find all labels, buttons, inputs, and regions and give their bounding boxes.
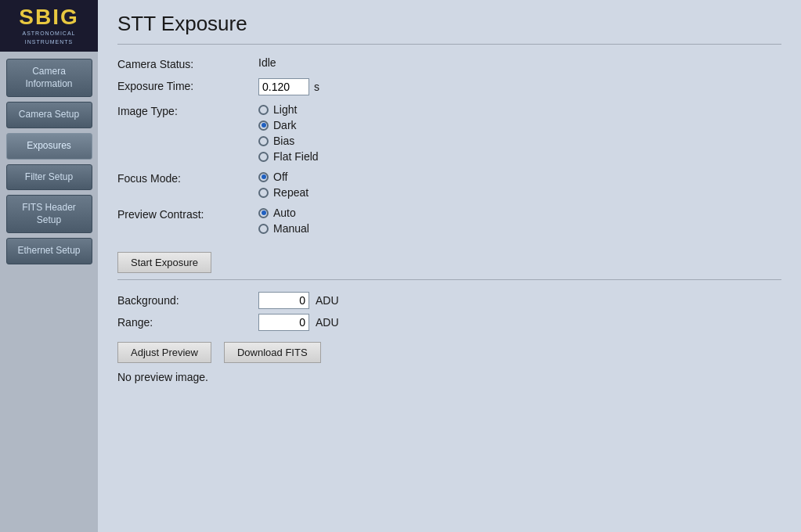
- start-exposure-container: Start Exposure: [117, 244, 781, 273]
- focus-mode-off[interactable]: Off: [258, 171, 781, 183]
- range-input[interactable]: [258, 314, 309, 331]
- image-type-bias-label: Bias: [273, 135, 294, 147]
- logo-box: SBIG ASTRONOMICAL INSTRUMENTS: [0, 0, 98, 52]
- radio-flatfield[interactable]: [258, 152, 269, 162]
- preview-contrast-manual-label: Manual: [273, 222, 309, 235]
- range-unit: ADU: [316, 316, 339, 329]
- preview-contrast-auto-label: Auto: [273, 207, 296, 219]
- focus-mode-label: Focus Mode:: [117, 171, 258, 185]
- image-type-light[interactable]: Light: [258, 103, 781, 116]
- radio-contrast-auto[interactable]: [258, 208, 269, 218]
- range-row: Range: ADU: [117, 314, 781, 331]
- preview-contrast-label: Preview Contrast:: [117, 207, 258, 221]
- sidebar: SBIG ASTRONOMICAL INSTRUMENTS Camera Inf…: [0, 0, 98, 532]
- logo-sbig: SBIG: [19, 6, 78, 28]
- adjust-preview-button[interactable]: Adjust Preview: [117, 342, 211, 363]
- image-type-dark[interactable]: Dark: [258, 119, 781, 131]
- image-type-bias[interactable]: Bias: [258, 135, 781, 147]
- exposure-time-label: Exposure Time:: [117, 78, 258, 92]
- sidebar-item-ethernet-setup[interactable]: Ethernet Setup: [6, 238, 92, 264]
- sidebar-item-camera-setup[interactable]: Camera Setup: [6, 102, 92, 128]
- image-type-light-label: Light: [273, 103, 297, 116]
- radio-dark[interactable]: [258, 120, 269, 131]
- exposure-time-value: s: [258, 78, 781, 95]
- top-divider: [117, 44, 781, 45]
- exposure-time-unit: s: [314, 81, 319, 93]
- preview-contrast-row: Preview Contrast: Auto Manual: [117, 207, 781, 235]
- focus-mode-row: Focus Mode: Off Repeat: [117, 171, 781, 199]
- focus-mode-repeat-label: Repeat: [273, 186, 308, 199]
- range-value-group: ADU: [258, 314, 339, 331]
- exposure-time-row: Exposure Time: s: [117, 78, 781, 95]
- sidebar-item-camera-information[interactable]: Camera Information: [6, 59, 92, 97]
- image-type-flatfield-label: Flat Field: [273, 150, 319, 163]
- radio-focus-repeat[interactable]: [258, 188, 269, 198]
- action-buttons-row: Adjust Preview Download FITS: [117, 342, 781, 363]
- download-fits-button[interactable]: Download FITS: [224, 342, 321, 363]
- background-label: Background:: [117, 294, 258, 307]
- focus-mode-options: Off Repeat: [258, 171, 781, 199]
- background-value-group: ADU: [258, 292, 339, 309]
- exposure-time-input[interactable]: [258, 78, 309, 95]
- image-type-dark-label: Dark: [273, 119, 297, 131]
- radio-contrast-manual[interactable]: [258, 224, 269, 234]
- camera-status-label: Camera Status:: [117, 56, 258, 70]
- preview-contrast-manual[interactable]: Manual: [258, 222, 781, 235]
- preview-contrast-options: Auto Manual: [258, 207, 781, 235]
- logo-sub-line2: INSTRUMENTS: [25, 38, 74, 45]
- radio-light[interactable]: [258, 105, 269, 115]
- bottom-divider: [117, 279, 781, 280]
- no-preview-text: No preview image.: [117, 371, 781, 383]
- image-type-options: Light Dark Bias Flat Field: [258, 103, 781, 163]
- range-label: Range:: [117, 316, 258, 329]
- background-row: Background: ADU: [117, 292, 781, 309]
- camera-status-row: Camera Status: Idle: [117, 56, 781, 70]
- focus-mode-off-label: Off: [273, 171, 287, 183]
- start-exposure-button[interactable]: Start Exposure: [117, 252, 211, 273]
- radio-focus-off[interactable]: [258, 172, 269, 182]
- main-content: STT Exposure Camera Status: Idle Exposur…: [98, 0, 801, 532]
- camera-status-value: Idle: [258, 56, 781, 69]
- page-title: STT Exposure: [117, 12, 781, 36]
- background-unit: ADU: [316, 294, 339, 307]
- logo-sub-line1: ASTRONOMICAL: [22, 30, 75, 37]
- sidebar-item-fits-header-setup[interactable]: FITS Header Setup: [6, 195, 92, 233]
- preview-contrast-auto[interactable]: Auto: [258, 207, 781, 219]
- image-type-label: Image Type:: [117, 103, 258, 117]
- radio-bias[interactable]: [258, 136, 269, 146]
- background-input[interactable]: [258, 292, 309, 309]
- sidebar-item-filter-setup[interactable]: Filter Setup: [6, 164, 92, 191]
- focus-mode-repeat[interactable]: Repeat: [258, 186, 781, 199]
- image-type-flatfield[interactable]: Flat Field: [258, 150, 781, 163]
- image-type-row: Image Type: Light Dark Bias Flat Field: [117, 103, 781, 163]
- sidebar-item-exposures[interactable]: Exposures: [6, 133, 92, 160]
